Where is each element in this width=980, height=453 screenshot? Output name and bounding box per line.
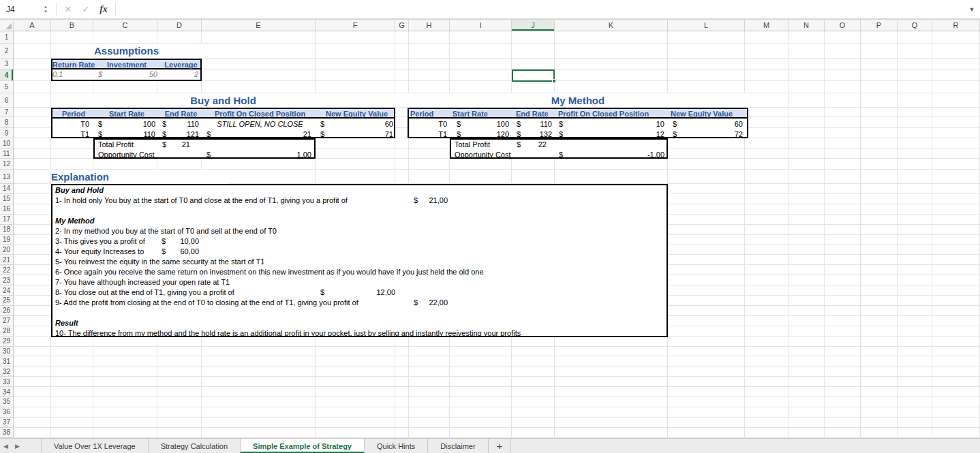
column-header[interactable]: L	[668, 20, 745, 31]
explanation-line[interactable]: Result	[52, 318, 667, 328]
column-header[interactable]: C	[93, 20, 157, 31]
explanation-line[interactable]: 9- Add the profit from closing at the en…	[52, 298, 667, 308]
column-header[interactable]: F	[316, 20, 395, 31]
row-header[interactable]: 24	[0, 285, 13, 296]
tab-value-over-1x-leverage[interactable]: Value Over 1X Leverage	[41, 439, 149, 453]
tab-scroll-right-icon[interactable]: ▶	[12, 439, 23, 453]
fx-icon[interactable]: fx	[95, 4, 112, 15]
explanation-line[interactable]: My Method	[52, 216, 667, 226]
explanation-line[interactable]	[52, 308, 667, 318]
explanation-line[interactable]: 5- You reinvest the equity in the same s…	[52, 257, 667, 267]
tab-simple-example-of-strategy[interactable]: Simple Example of Strategy	[241, 439, 365, 453]
row-header[interactable]: 19	[0, 235, 13, 245]
assumptions-values-row[interactable]: 0,1 $ 50 2	[52, 69, 200, 80]
formula-expand-icon[interactable]: ▼	[964, 6, 980, 13]
row-header[interactable]: 12	[0, 159, 13, 170]
row-header[interactable]: 38	[0, 428, 13, 438]
explanation-line[interactable]: 1- In hold only You buy at the start of …	[52, 196, 667, 206]
column-header[interactable]: R	[932, 20, 980, 31]
row-header[interactable]: 3	[0, 59, 13, 69]
row-header[interactable]: 34	[0, 387, 13, 397]
row-header[interactable]: 1	[0, 31, 13, 44]
column-header[interactable]: J	[512, 20, 555, 31]
column-header[interactable]: M	[745, 20, 788, 31]
explanation-line[interactable]: 7- You have although increased your open…	[52, 277, 667, 287]
tab-disclaimer[interactable]: Disclaimer	[428, 439, 488, 453]
selected-cell[interactable]	[512, 69, 555, 82]
my-method-header-row[interactable]: Period Start Rate End Rate Profit On Clo…	[409, 109, 747, 119]
column-header[interactable]: A	[14, 20, 51, 31]
row-header[interactable]: 26	[0, 306, 13, 316]
total-profit-row[interactable]: Total Profit $ 22	[451, 140, 667, 150]
explanation-line[interactable]: 6- Once again you receive the same retur…	[52, 267, 667, 277]
column-header[interactable]: I	[450, 20, 512, 31]
buy-and-hold-header-row[interactable]: Period Start Rate End Rate Profit On Clo…	[52, 109, 394, 119]
column-header[interactable]: P	[861, 20, 898, 31]
tab-scroll-left-icon[interactable]: ◀	[0, 439, 12, 453]
select-all-corner[interactable]	[0, 20, 14, 31]
column-header[interactable]: G	[395, 20, 409, 31]
column-header[interactable]: D	[157, 20, 202, 31]
row-header[interactable]: 20	[0, 245, 13, 255]
column-header[interactable]: E	[202, 20, 316, 31]
row-header[interactable]: 7	[0, 108, 13, 117]
row-header[interactable]: 32	[0, 366, 13, 377]
row-header[interactable]: 33	[0, 377, 13, 387]
name-box-spinner[interactable]: ▲▼	[38, 0, 53, 18]
tab-quick-hints[interactable]: Quick Hints	[365, 439, 428, 453]
row-header[interactable]: 25	[0, 296, 13, 306]
row-header[interactable]: 5	[0, 81, 13, 93]
formula-input[interactable]	[119, 0, 964, 18]
row-header[interactable]: 18	[0, 225, 13, 235]
row-header[interactable]: 17	[0, 215, 13, 225]
explanation-line[interactable]: 2- In my method you buy at the start of …	[52, 226, 667, 236]
row-header[interactable]: 16	[0, 204, 13, 215]
total-profit-row[interactable]: Total Profit $ 21	[95, 140, 314, 150]
row-header[interactable]: 11	[0, 149, 13, 159]
row-header[interactable]: 15	[0, 194, 13, 204]
row-header[interactable]: 36	[0, 407, 13, 418]
row-header[interactable]: 10	[0, 138, 13, 149]
explanation-line[interactable]	[52, 206, 667, 216]
row-header[interactable]: 30	[0, 347, 13, 357]
row-header[interactable]: 2	[0, 44, 13, 59]
fill-handle[interactable]	[552, 79, 556, 83]
cancel-icon[interactable]: ✕	[59, 4, 77, 14]
cell-new-equity: 60	[324, 119, 393, 129]
add-sheet-button[interactable]: +	[489, 439, 512, 453]
row-header[interactable]: 35	[0, 397, 13, 407]
column-header[interactable]: K	[555, 20, 668, 31]
row-header[interactable]: 8	[0, 117, 13, 128]
column-header[interactable]: H	[409, 20, 450, 31]
buy-and-hold-row-t0[interactable]: T0 $ 100 $ 110 STILL OPEN, NO CLOSE $ 60	[52, 119, 394, 129]
row-header[interactable]: 6	[0, 93, 13, 108]
row-header[interactable]: 23	[0, 275, 13, 285]
explanation-line[interactable]: 3- This gives you a profit of$10,00	[52, 236, 667, 247]
row-header[interactable]: 31	[0, 356, 13, 366]
column-header[interactable]: Q	[898, 20, 932, 31]
opportunity-cost-row[interactable]: Opportunity Cost $ -1,00	[451, 150, 667, 160]
explanation-line[interactable]: Buy and Hold	[52, 185, 667, 196]
column-header[interactable]: O	[825, 20, 861, 31]
explanation-line[interactable]: 8- You close out at the end of T1, givin…	[52, 287, 667, 298]
row-header[interactable]: 37	[0, 418, 13, 428]
opportunity-cost-row[interactable]: Opportunity Cost $ 1,00	[95, 150, 314, 160]
row-header[interactable]: 27	[0, 316, 13, 326]
enter-icon[interactable]: ✓	[77, 4, 95, 14]
column-header[interactable]: N	[788, 20, 825, 31]
assumptions-header-row[interactable]: Return Rate Investment Leverage	[52, 60, 200, 69]
row-header[interactable]: 29	[0, 337, 13, 347]
explanation-line[interactable]: 10- The difference from my method and th…	[52, 328, 667, 339]
explanation-line[interactable]: 4- Your equity Increases to$60,00	[52, 247, 667, 257]
row-header[interactable]: 13	[0, 170, 13, 184]
row-header[interactable]: 4	[0, 69, 13, 81]
tab-strategy-calculation[interactable]: Strategy Calculation	[149, 439, 241, 453]
column-header[interactable]: B	[51, 20, 93, 31]
my-method-row-t0[interactable]: T0 $ 100 $ 110 $ 10 $ 60	[409, 119, 747, 129]
row-header[interactable]: 14	[0, 184, 13, 194]
row-header[interactable]: 21	[0, 255, 13, 265]
name-box[interactable]: J4	[0, 0, 38, 18]
row-header[interactable]: 9	[0, 128, 13, 138]
row-header[interactable]: 28	[0, 326, 13, 337]
row-header[interactable]: 22	[0, 265, 13, 275]
